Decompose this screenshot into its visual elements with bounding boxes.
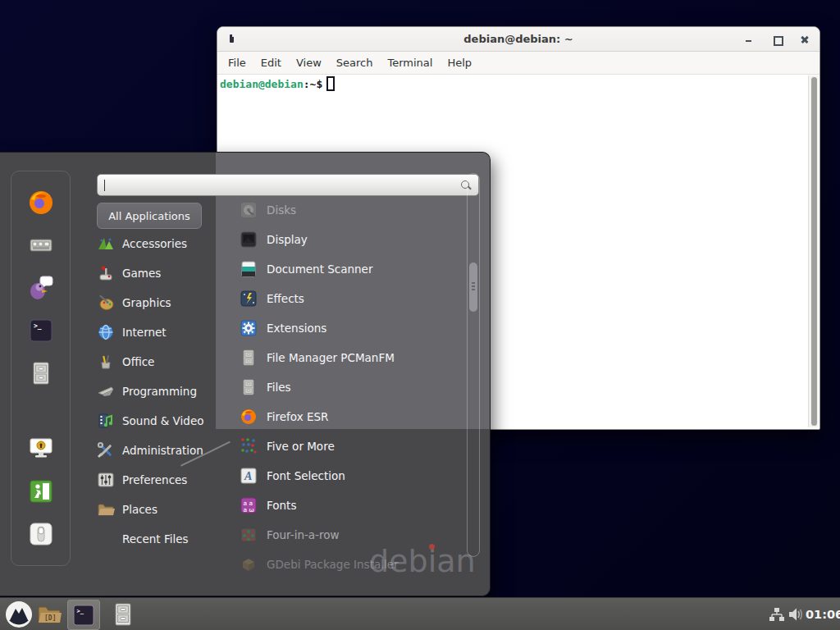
taskbar: [D] >_: [0, 597, 840, 630]
graphics-icon: [97, 294, 115, 312]
terminal-menubar: File Edit View Search Terminal Help: [217, 52, 819, 75]
network-icon[interactable]: [768, 598, 786, 630]
category-programming[interactable]: Programming: [97, 377, 197, 406]
menu-help[interactable]: Help: [440, 57, 479, 69]
logout-button[interactable]: [28, 478, 54, 504]
menu-edit[interactable]: Edit: [253, 57, 289, 69]
pidgin-icon: [27, 274, 55, 302]
app-extensions[interactable]: Extensions: [230, 313, 326, 343]
file-cabinet-icon: [113, 603, 133, 626]
games-icon: [97, 264, 115, 282]
category-internet[interactable]: Internet: [97, 317, 167, 347]
search-caret: [104, 180, 105, 191]
app-files[interactable]: Files: [230, 372, 291, 402]
folder-icon: [D]: [37, 604, 62, 625]
application-list-scrollbar[interactable]: [467, 173, 480, 557]
terminal-launcher-fav[interactable]: >_: [27, 317, 55, 345]
display-icon: [240, 231, 258, 249]
close-icon[interactable]: [798, 33, 811, 46]
category-accessories[interactable]: Accessories: [97, 229, 187, 258]
maximize-icon[interactable]: [770, 33, 783, 46]
terminal-titlebar[interactable]: debian@debian: ~: [217, 27, 819, 52]
file-cabinet-icon: [27, 359, 55, 387]
app-fonts[interactable]: a a a ω Fonts: [230, 491, 296, 520]
svg-text:>_: >_: [34, 322, 42, 330]
terminal-scrollbar[interactable]: [808, 75, 819, 427]
svg-text:a ω: a ω: [244, 506, 254, 514]
file-cabinet-icon: [240, 378, 258, 396]
gdebi-icon: [240, 555, 258, 573]
firefox-icon: [240, 408, 258, 426]
minimize-icon[interactable]: [742, 33, 756, 46]
disks-icon: [240, 201, 258, 219]
category-graphics[interactable]: Graphics: [97, 288, 171, 317]
five-or-more-icon: [240, 437, 258, 455]
terminal-icon: >_: [27, 317, 55, 345]
folder-launcher[interactable]: [D]: [36, 598, 62, 630]
volume-icon[interactable]: [786, 598, 806, 630]
shutdown-icon: [28, 521, 54, 547]
terminal-prompt: debian@debian:~$: [220, 76, 335, 91]
places-icon: [97, 500, 115, 518]
pidgin-launcher[interactable]: [27, 274, 55, 302]
svg-text:A: A: [244, 470, 252, 482]
svg-text:>_: >_: [77, 608, 84, 614]
category-sound-video[interactable]: Sound & Video: [97, 406, 203, 436]
menu-search[interactable]: Search: [329, 57, 381, 69]
category-places[interactable]: Places: [97, 495, 158, 524]
application-menu: debian: [0, 152, 491, 596]
font-selection-icon: A: [240, 467, 258, 485]
application-list-scrollbar-thumb[interactable]: [469, 262, 477, 312]
firefox-launcher[interactable]: [27, 189, 55, 217]
app-font-selection[interactable]: A Font Selection: [230, 461, 345, 491]
keyboard-icon: [27, 231, 55, 259]
preferences-icon: [97, 471, 115, 489]
favorites-strip: >_: [11, 171, 71, 566]
prompt-user: debian@debian: [220, 78, 304, 90]
app-gdebi-package-installer[interactable]: GDebi Package Installer: [230, 550, 399, 579]
programming-icon: [97, 382, 115, 400]
effects-icon: [240, 290, 258, 308]
menu-button[interactable]: [3, 598, 34, 630]
lock-screen-icon: [28, 436, 54, 462]
app-display[interactable]: Display: [230, 225, 308, 254]
terminal-icon: >_: [72, 604, 95, 627]
app-firefox-esr[interactable]: Firefox ESR: [230, 402, 328, 431]
menu-view[interactable]: View: [289, 57, 329, 69]
app-four-in-a-row[interactable]: Four-in-a-row: [230, 520, 340, 550]
category-recent-files[interactable]: Recent Files: [97, 524, 189, 554]
accessories-icon: [97, 235, 115, 253]
sound-video-icon: [97, 412, 115, 430]
menu-logo-icon: [5, 600, 33, 628]
internet-icon: [97, 323, 115, 341]
file-manager-launcher[interactable]: [27, 359, 55, 387]
prompt-suffix: :~$: [304, 78, 322, 90]
lock-screen-button[interactable]: [28, 436, 54, 462]
category-office[interactable]: Office: [97, 347, 154, 377]
terminal-taskbar-button[interactable]: >_: [67, 600, 100, 630]
terminal-scrollbar-thumb[interactable]: [811, 77, 817, 426]
app-document-scanner[interactable]: Document Scanner: [230, 254, 372, 284]
keyboard-launcher[interactable]: [27, 231, 55, 259]
firefox-icon: [27, 189, 55, 217]
app-file-manager-pcmanfm[interactable]: File Manager PCManFM: [230, 343, 395, 372]
terminal-window-title: debian@debian: ~: [217, 33, 819, 45]
search-input[interactable]: [97, 174, 479, 196]
category-preferences[interactable]: Preferences: [97, 465, 187, 495]
all-applications-button[interactable]: All Applications: [97, 203, 202, 229]
extensions-icon: [240, 319, 258, 337]
svg-text:[D]: [D]: [44, 614, 56, 622]
logout-icon: [28, 478, 54, 504]
menu-terminal[interactable]: Terminal: [380, 57, 440, 69]
shutdown-button[interactable]: [28, 521, 54, 547]
category-games[interactable]: Games: [97, 258, 161, 288]
files-launcher[interactable]: [111, 598, 135, 630]
office-icon: [97, 353, 115, 371]
app-five-or-more[interactable]: Five or More: [230, 431, 335, 461]
document-scanner-icon: [240, 260, 258, 278]
menu-file[interactable]: File: [221, 57, 253, 69]
file-cabinet-icon: [240, 349, 258, 367]
app-effects[interactable]: Effects: [230, 284, 304, 313]
app-disks[interactable]: Disks: [230, 195, 296, 225]
taskbar-clock[interactable]: 01:06: [806, 598, 840, 630]
